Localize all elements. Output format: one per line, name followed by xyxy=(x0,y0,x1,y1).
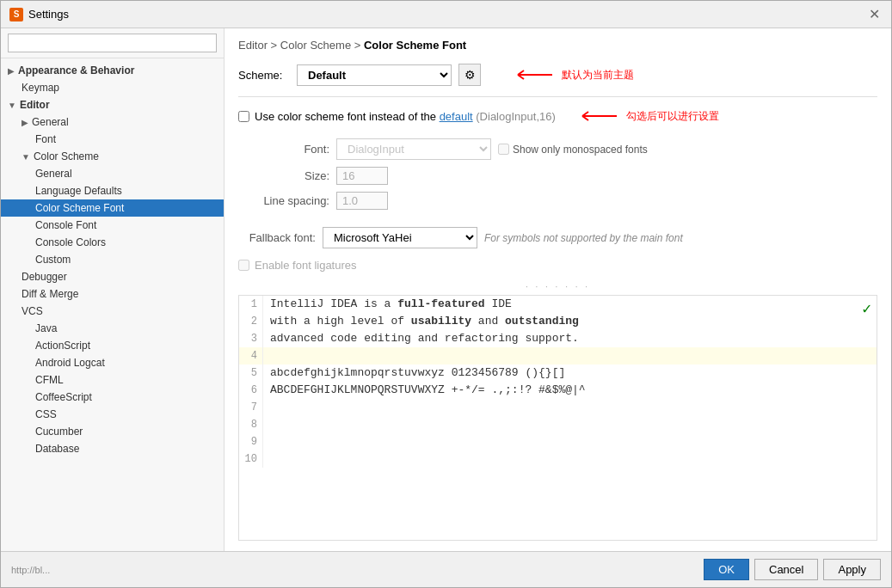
ok-button[interactable]: OK xyxy=(704,559,749,580)
sidebar-item-label: VCS xyxy=(22,305,43,317)
cancel-button[interactable]: Cancel xyxy=(754,559,818,580)
sidebar-item-label: Debugger xyxy=(22,271,67,283)
scheme-dropdown[interactable]: Default Darcula High contrast IntelliJ L… xyxy=(297,64,452,86)
arrow-icon xyxy=(514,66,557,83)
sidebar-item-actionscript[interactable]: ActionScript xyxy=(1,337,224,354)
preview-line-5: 5 abcdefghijklmnopqrstuvwxyz 0123456789 … xyxy=(239,364,877,382)
breadcrumb-path: Editor > Color Scheme > xyxy=(238,39,364,52)
size-input[interactable] xyxy=(336,167,388,185)
sidebar-item-label: CFML xyxy=(35,374,64,386)
sidebar-item-android-logcat[interactable]: Android Logcat xyxy=(1,354,224,371)
sidebar-item-label: Cucumber xyxy=(35,426,83,438)
sidebar-item-label: Font xyxy=(35,133,56,145)
expand-arrow: ▶ xyxy=(8,66,15,76)
sidebar-item-custom[interactable]: Custom xyxy=(1,251,224,268)
ligature-checkbox[interactable] xyxy=(238,260,249,271)
scheme-annotation-text: 默认为当前主题 xyxy=(562,68,634,83)
right-panel: Editor > Color Scheme > Color Scheme Fon… xyxy=(225,28,891,551)
line-spacing-row: Line spacing: xyxy=(252,192,877,210)
divider-dots: · · · · · · · xyxy=(238,282,877,291)
preview-line-10: 10 xyxy=(239,450,877,468)
line-spacing-input[interactable] xyxy=(336,192,388,210)
window-title: Settings xyxy=(28,8,69,21)
sidebar-item-keymap[interactable]: Keymap xyxy=(1,79,224,96)
search-box xyxy=(1,28,224,58)
fallback-hint: For symbols not supported by the main fo… xyxy=(484,232,683,244)
sidebar-item-color-scheme-font[interactable]: Color Scheme Font xyxy=(1,199,224,217)
sidebar-item-color-scheme[interactable]: ▼ Color Scheme xyxy=(1,148,224,165)
sidebar-item-label: General xyxy=(35,168,72,180)
fallback-label: Fallback font: xyxy=(238,231,316,244)
scheme-gear-button[interactable]: ⚙ xyxy=(458,64,481,86)
sidebar-item-cucumber[interactable]: Cucumber xyxy=(1,423,224,440)
scheme-label: Scheme: xyxy=(238,69,290,82)
sidebar-item-label: Appearance & Behavior xyxy=(18,64,134,77)
sidebar-item-label: Console Colors xyxy=(35,236,106,248)
sidebar-tree: ▶ Appearance & Behavior Keymap ▼ Editor xyxy=(1,58,224,551)
scheme-row: Scheme: Default Darcula High contrast In… xyxy=(238,64,877,97)
sidebar-item-label: Diff & Merge xyxy=(22,288,78,300)
sidebar-item-console-colors[interactable]: Console Colors xyxy=(1,234,224,251)
use-color-scheme-checkbox[interactable] xyxy=(238,111,249,122)
sidebar-item-cs-general[interactable]: General xyxy=(1,165,224,182)
sidebar-item-label: General xyxy=(32,116,69,128)
sidebar-item-vcs[interactable]: VCS xyxy=(1,303,224,320)
sidebar-item-editor[interactable]: ▼ Editor xyxy=(1,96,224,113)
sidebar-item-coffeescript[interactable]: CoffeeScript xyxy=(1,389,224,406)
sidebar-item-label: Color Scheme xyxy=(34,150,99,162)
expand-arrow: ▼ xyxy=(8,101,16,110)
sidebar-item-console-font[interactable]: Console Font xyxy=(1,217,224,234)
font-label: Font: xyxy=(252,143,329,156)
sidebar-item-debugger[interactable]: Debugger xyxy=(1,268,224,285)
checkbox-annotation-text: 勾选后可以进行设置 xyxy=(626,109,719,124)
sidebar-item-label: Database xyxy=(35,443,79,455)
sidebar-item-appearance-behavior[interactable]: ▶ Appearance & Behavior xyxy=(1,62,224,79)
preview-line-2: 2 with a high level of usability and out… xyxy=(239,313,877,330)
sidebar-item-label: CoffeeScript xyxy=(35,391,92,403)
monospace-checkbox[interactable] xyxy=(498,144,509,155)
size-row: Size: xyxy=(252,167,877,185)
sidebar-item-diff-merge[interactable]: Diff & Merge xyxy=(1,285,224,303)
sidebar-item-label: Keymap xyxy=(22,82,59,94)
title-bar-left: S Settings xyxy=(9,8,69,21)
size-label: Size: xyxy=(252,169,329,182)
sidebar-item-label: Editor xyxy=(20,99,50,111)
font-settings: Font: DialogInput Show only monospaced f… xyxy=(252,138,877,217)
sidebar-item-label: Custom xyxy=(35,254,71,266)
preview-line-4: 4 xyxy=(239,347,877,364)
expand-arrow: ▼ xyxy=(22,152,30,162)
sidebar-item-language-defaults[interactable]: Language Defaults xyxy=(1,182,224,199)
search-input[interactable] xyxy=(8,34,217,52)
default-link[interactable]: default xyxy=(440,110,473,123)
sidebar-item-label: CSS xyxy=(35,408,57,420)
sidebar-item-label: ActionScript xyxy=(35,340,90,352)
sidebar-item-label: Language Defaults xyxy=(35,185,122,197)
watermark-text: http://bl... xyxy=(11,565,50,575)
preview-line-9: 9 xyxy=(239,433,877,450)
apply-button[interactable]: Apply xyxy=(823,559,881,580)
preview-line-6: 6 ABCDEFGHIJKLMNOPQRSTUVWXYZ +-*/= .,;:!… xyxy=(239,382,877,399)
ligature-row: Enable font ligatures xyxy=(238,259,877,272)
preview-check-icon: ✓ xyxy=(862,299,871,318)
sidebar-item-label: Android Logcat xyxy=(35,357,105,369)
breadcrumb: Editor > Color Scheme > Color Scheme Fon… xyxy=(238,39,877,52)
app-icon: S xyxy=(9,8,23,21)
sidebar-item-label: Console Font xyxy=(35,219,96,231)
ligature-label: Enable font ligatures xyxy=(255,259,357,272)
preview-line-7: 7 xyxy=(239,399,877,416)
annotation-arrow-icon xyxy=(578,107,621,125)
sidebar-item-font[interactable]: Font xyxy=(1,131,224,148)
sidebar-item-java[interactable]: Java xyxy=(1,320,224,337)
sidebar-item-database[interactable]: Database xyxy=(1,440,224,457)
sidebar-item-cfml[interactable]: CFML xyxy=(1,371,224,389)
use-color-scheme-font-row: Use color scheme font instead of the def… xyxy=(238,107,877,125)
close-button[interactable]: ✕ xyxy=(865,6,883,23)
sidebar-item-label: Java xyxy=(35,322,57,334)
font-dropdown[interactable]: DialogInput xyxy=(336,138,491,160)
sidebar-item-css[interactable]: CSS xyxy=(1,406,224,423)
breadcrumb-current: Color Scheme Font xyxy=(364,39,466,52)
fallback-dropdown[interactable]: Microsoft YaHei xyxy=(323,227,477,248)
sidebar: ▶ Appearance & Behavior Keymap ▼ Editor xyxy=(1,28,225,551)
sidebar-item-general[interactable]: ▶ General xyxy=(1,113,224,131)
sidebar-item-label: Color Scheme Font xyxy=(35,202,124,214)
